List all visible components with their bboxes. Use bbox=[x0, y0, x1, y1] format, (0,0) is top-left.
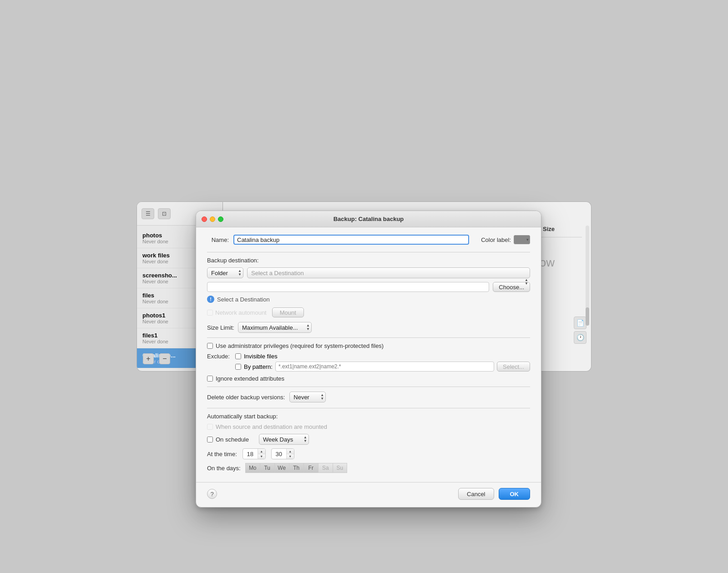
help-button[interactable]: ? bbox=[207, 489, 217, 499]
by-pattern-label: By pattern: bbox=[244, 363, 273, 370]
choose-button[interactable]: Choose... bbox=[493, 282, 530, 292]
on-schedule-row: On schedule Week Days ▲▼ bbox=[207, 434, 530, 445]
scrollbar[interactable] bbox=[586, 226, 589, 326]
destination-select[interactable]: Select a Destination bbox=[247, 267, 530, 278]
min-up-btn[interactable]: ▲ bbox=[287, 449, 294, 454]
auto-start-section: Automatically start backup: When source … bbox=[207, 413, 530, 473]
network-automount-label: Network automount bbox=[207, 309, 267, 316]
delete-label: Delete older backup versions: bbox=[207, 394, 285, 401]
cancel-button[interactable]: Cancel bbox=[458, 488, 494, 500]
minimize-button[interactable] bbox=[210, 216, 215, 222]
dest-message: ! Select a Destination bbox=[207, 296, 530, 303]
separator-3 bbox=[207, 387, 530, 387]
on-days-label: On the days: bbox=[207, 465, 241, 472]
week-days-select[interactable]: Week Days bbox=[259, 434, 309, 445]
by-pattern-checkbox[interactable] bbox=[235, 364, 241, 370]
network-row: Network automount Mount bbox=[207, 307, 530, 317]
on-schedule-checkbox[interactable] bbox=[207, 437, 213, 442]
dialog-title: Backup: Catalina backup bbox=[334, 216, 404, 222]
day-btn-fr[interactable]: Fr bbox=[303, 463, 318, 473]
delete-select-wrapper: Never ▲▼ bbox=[289, 392, 326, 402]
min-down-btn[interactable]: ▼ bbox=[287, 454, 294, 459]
size-limit-select[interactable]: Maximum Available... bbox=[238, 322, 312, 333]
pattern-input[interactable] bbox=[275, 362, 494, 372]
hour-spinner: ▲ ▼ bbox=[243, 448, 266, 459]
path-input[interactable] bbox=[207, 282, 489, 292]
auto-start-label: Automatically start backup: bbox=[207, 413, 530, 420]
size-limit-label: Size Limit: bbox=[207, 324, 234, 331]
sidebar-view-btn[interactable]: ☰ bbox=[142, 208, 154, 219]
add-backup-button[interactable]: + bbox=[143, 353, 154, 364]
when-mounted-row: When source and destination are mounted bbox=[207, 423, 530, 430]
separator-1 bbox=[207, 252, 530, 252]
maximize-button[interactable] bbox=[218, 216, 223, 222]
admin-priv-checkbox[interactable] bbox=[207, 343, 213, 349]
traffic-lights bbox=[202, 216, 223, 222]
ignore-attr-checkbox[interactable] bbox=[207, 376, 213, 382]
folder-type-select-wrapper: Folder ▲▼ bbox=[207, 267, 243, 278]
hour-down-btn[interactable]: ▼ bbox=[258, 454, 265, 459]
admin-priv-label: Use administrator privileges (required f… bbox=[216, 342, 384, 349]
destination-select-wrapper: Select a Destination ▲▼ bbox=[247, 267, 530, 278]
day-btn-tu[interactable]: Tu bbox=[260, 463, 274, 473]
options-section: Use administrator privileges (required f… bbox=[207, 342, 530, 382]
when-mounted-label: When source and destination are mounted bbox=[216, 423, 327, 430]
days-row: On the days: MoTuWeThFrSaSu bbox=[207, 463, 530, 473]
footer-buttons: Cancel OK bbox=[458, 488, 530, 500]
dialog-footer: ? Cancel OK bbox=[196, 482, 541, 507]
delete-row: Delete older backup versions: Never ▲▼ bbox=[207, 392, 530, 402]
delete-select[interactable]: Never bbox=[289, 392, 326, 402]
sidebar-archive-btn[interactable]: ⊡ bbox=[158, 208, 171, 219]
dialog-content: Name: Color label: ▾ Backup destination:… bbox=[196, 227, 541, 482]
when-mounted-checkbox[interactable] bbox=[207, 424, 213, 430]
folder-type-select[interactable]: Folder bbox=[207, 267, 243, 278]
at-time-label: At the time: bbox=[207, 451, 237, 457]
min-input[interactable] bbox=[272, 449, 286, 459]
size-limit-select-wrapper: Maximum Available... ▲▼ bbox=[238, 322, 312, 333]
day-btn-th[interactable]: Th bbox=[289, 463, 303, 473]
hour-up-btn[interactable]: ▲ bbox=[258, 449, 265, 454]
dest-message-text: Select a Destination bbox=[217, 296, 270, 303]
min-spinner: ▲ ▼ bbox=[271, 448, 294, 459]
dialog-titlebar: Backup: Catalina backup bbox=[196, 211, 541, 227]
day-btn-we[interactable]: We bbox=[274, 463, 289, 473]
clock-icon[interactable]: 🕐 bbox=[574, 331, 586, 344]
dest-row: Folder ▲▼ Select a Destination ▲▼ bbox=[207, 267, 530, 278]
day-btn-sa[interactable]: Sa bbox=[318, 463, 333, 473]
remove-backup-button[interactable]: − bbox=[159, 353, 170, 364]
ignore-attr-row: Ignore extended attributes bbox=[207, 375, 530, 382]
separator-4 bbox=[207, 408, 530, 408]
time-row: At the time: ▲ ▼ ▲ ▼ bbox=[207, 448, 530, 459]
info-icon: ! bbox=[207, 296, 214, 303]
network-automount-checkbox[interactable] bbox=[207, 310, 213, 316]
name-input[interactable] bbox=[233, 235, 469, 245]
scrollbar-thumb[interactable] bbox=[586, 307, 589, 326]
exclude-pattern-row: By pattern: Select... bbox=[207, 362, 530, 372]
name-label: Name: bbox=[207, 236, 229, 243]
admin-priv-row: Use administrator privileges (required f… bbox=[207, 342, 530, 349]
color-label-row: Color label: ▾ bbox=[481, 235, 530, 244]
ignore-attr-label: Ignore extended attributes bbox=[216, 375, 284, 382]
min-spinner-btns: ▲ ▼ bbox=[286, 449, 294, 459]
day-buttons: MoTuWeThFrSaSu bbox=[245, 463, 347, 473]
close-button[interactable] bbox=[202, 216, 207, 222]
hour-spinner-btns: ▲ ▼ bbox=[258, 449, 265, 459]
exclude-invisible-row: Exclude: Invisible files bbox=[207, 353, 530, 360]
color-swatch-button[interactable]: ▾ bbox=[514, 235, 530, 244]
exclude-label: Exclude: bbox=[207, 353, 233, 360]
pattern-select-button[interactable]: Select... bbox=[497, 362, 530, 372]
hour-input[interactable] bbox=[243, 449, 258, 459]
color-label-text: Color label: bbox=[481, 236, 511, 243]
separator-2 bbox=[207, 337, 530, 338]
backup-dest-label: Backup destination: bbox=[207, 257, 530, 264]
day-btn-su[interactable]: Su bbox=[333, 463, 347, 473]
ok-button[interactable]: OK bbox=[499, 488, 531, 500]
path-row: Choose... bbox=[207, 282, 530, 292]
day-btn-mo[interactable]: Mo bbox=[245, 463, 260, 473]
notes-icon[interactable]: 📄 bbox=[574, 317, 586, 329]
mount-button[interactable]: Mount bbox=[272, 307, 304, 317]
size-limit-row: Size Limit: Maximum Available... ▲▼ bbox=[207, 322, 530, 333]
week-days-select-wrapper: Week Days ▲▼ bbox=[259, 434, 309, 445]
invisible-files-checkbox[interactable] bbox=[235, 353, 241, 359]
on-schedule-label: On schedule bbox=[216, 436, 249, 443]
